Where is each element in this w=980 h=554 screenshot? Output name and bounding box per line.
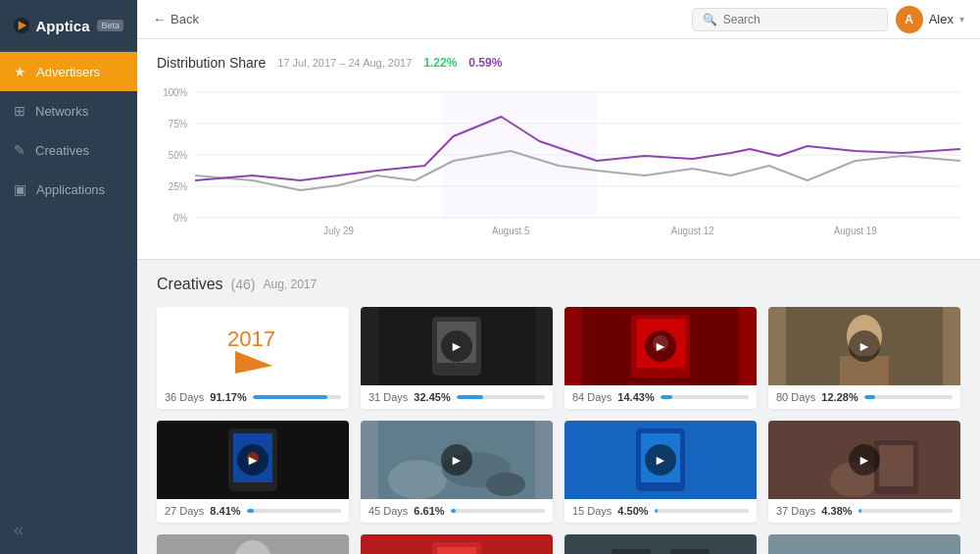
stat-bar	[661, 395, 749, 399]
creative-stats: 37 Days 4.38%	[776, 505, 953, 517]
stat-pct: 12.28%	[821, 391, 858, 403]
sidebar-collapse-button[interactable]: «	[0, 506, 137, 554]
play-button[interactable]: ►	[441, 444, 472, 476]
user-name: Alex	[929, 12, 954, 26]
creatives-title: Creatives	[157, 276, 223, 293]
creative-thumbnail: ►	[361, 307, 553, 385]
stat-days: 80 Days	[776, 391, 815, 403]
sidebar-item-label: Networks	[35, 104, 88, 119]
creative-stats: 84 Days 14.43%	[572, 391, 749, 403]
creative-card[interactable]: ► 18 Days 2.80%	[361, 534, 553, 554]
creative-info: 27 Days 8.41%	[157, 499, 349, 523]
user-avatar: A	[896, 6, 923, 33]
thumb-graphic	[768, 534, 960, 554]
play-button[interactable]: ►	[849, 330, 880, 362]
stat-days: 36 Days	[165, 391, 204, 403]
thumb-graphic	[564, 534, 757, 554]
stat-pct: 8.41%	[210, 505, 240, 517]
distribution-chart: 100% 75% 50% 25% 0% July 29 August 5 Aug…	[157, 82, 960, 239]
stat-days: 45 Days	[368, 505, 408, 517]
creative-info: 15 Days 4.50%	[564, 499, 757, 523]
content-area: Distribution Share 17 Jul, 2017 – 24 Aug…	[137, 39, 980, 554]
svg-text:25%: 25%	[169, 181, 188, 192]
app-name: Apptica	[35, 18, 89, 34]
creative-thumbnail: ►	[564, 534, 757, 554]
thumb-graphic	[157, 534, 349, 554]
chevron-down-icon: ▾	[959, 14, 964, 25]
play-button[interactable]: ►	[645, 330, 676, 362]
creative-thumbnail: ►	[564, 307, 757, 385]
creative-thumbnail: ►	[361, 421, 553, 499]
play-button[interactable]: ►	[237, 444, 269, 476]
svg-text:50%: 50%	[169, 150, 188, 161]
beta-badge: Beta	[97, 20, 123, 31]
svg-text:August 19: August 19	[834, 226, 877, 236]
creative-card[interactable]: ► 29 Days 1.50%	[768, 534, 960, 554]
sidebar-item-advertisers[interactable]: ★ Advertisers	[0, 52, 137, 91]
play-button[interactable]: ►	[849, 444, 880, 476]
apptica-thumb-icon: 2017	[223, 317, 282, 376]
sidebar-item-creatives[interactable]: ✎ Creatives	[0, 130, 137, 170]
stat-pct: 14.43%	[617, 391, 654, 403]
logo-area: AppticaBeta	[0, 0, 137, 52]
thumb-graphic	[361, 534, 553, 554]
chart-title: Distribution Share	[157, 55, 266, 71]
topbar: ← Back 🔍 A Alex ▾	[137, 0, 980, 39]
creative-info: 84 Days 14.43%	[564, 385, 757, 409]
stat-days: 84 Days	[572, 391, 612, 403]
creative-card[interactable]: ► 37 Days 4.38%	[768, 421, 960, 523]
back-label: Back	[171, 12, 199, 26]
creatives-count: (46)	[231, 277, 256, 292]
creative-stats: 80 Days 12.28%	[776, 391, 953, 403]
play-button[interactable]: ►	[441, 330, 472, 362]
svg-text:100%: 100%	[163, 87, 187, 98]
stat-bar	[253, 395, 341, 399]
creatives-section: Creatives (46) Aug, 2017 2017 36 Da	[137, 260, 980, 554]
stat-days: 27 Days	[165, 505, 204, 517]
back-arrow-icon: ←	[153, 12, 166, 26]
svg-rect-52	[670, 549, 710, 554]
stat-bar	[457, 395, 545, 399]
svg-text:August 12: August 12	[671, 226, 714, 236]
creative-stats: 36 Days 91.17%	[165, 391, 341, 403]
stat-pct: 32.45%	[414, 391, 450, 403]
svg-text:2017: 2017	[227, 327, 275, 351]
sidebar-item-applications[interactable]: ▣ Applications	[0, 170, 137, 209]
creative-card[interactable]: 2017 36 Days 91.17%	[157, 307, 349, 409]
creative-card[interactable]: ► 45 Days 6.61%	[361, 421, 553, 523]
creative-card[interactable]: ► 27 Days 8.41%	[157, 421, 349, 523]
sidebar-item-label: Advertisers	[36, 65, 100, 79]
creative-card[interactable]: ► 15 Days 4.50%	[564, 421, 757, 523]
creative-info: 36 Days 91.17%	[157, 385, 349, 409]
user-area[interactable]: A Alex ▾	[896, 6, 964, 33]
svg-rect-51	[612, 549, 651, 554]
creative-card[interactable]: ► 31 Days 32.45%	[361, 307, 553, 409]
creative-card[interactable]: ► 22 Days 3.20%	[157, 534, 349, 554]
stat-bar	[451, 509, 545, 513]
creative-info: 31 Days 32.45%	[361, 385, 553, 409]
creative-stats: 45 Days 6.61%	[368, 505, 545, 517]
creative-card[interactable]: ► 80 Days 12.28%	[768, 307, 960, 409]
stat-pct: 91.17%	[210, 391, 246, 403]
sidebar: AppticaBeta ★ Advertisers ⊞ Networks ✎ C…	[0, 0, 137, 554]
svg-text:75%: 75%	[169, 119, 188, 129]
creative-card[interactable]: ► 84 Days 14.43%	[564, 307, 757, 409]
play-button[interactable]: ►	[645, 444, 676, 476]
sidebar-item-networks[interactable]: ⊞ Networks	[0, 91, 137, 130]
creative-thumbnail: ►	[564, 421, 757, 499]
sidebar-item-label: Creatives	[35, 143, 89, 158]
creatives-icon: ✎	[14, 142, 25, 158]
creative-card[interactable]: ► 12 Days 1.90%	[564, 534, 757, 554]
creatives-grid: 2017 36 Days 91.17%	[157, 307, 960, 554]
svg-rect-49	[437, 547, 476, 554]
search-icon: 🔍	[703, 13, 717, 26]
chart-value-2: 0.59%	[468, 56, 502, 70]
stat-pct: 4.38%	[821, 505, 852, 517]
back-button[interactable]: ← Back	[153, 12, 199, 26]
svg-text:July 29: July 29	[323, 226, 354, 236]
creative-thumbnail: ►	[157, 534, 349, 554]
creative-stats: 27 Days 8.41%	[165, 505, 341, 517]
stat-days: 15 Days	[572, 505, 612, 517]
search-input[interactable]	[723, 13, 877, 26]
apptica-logo-icon	[14, 12, 29, 39]
